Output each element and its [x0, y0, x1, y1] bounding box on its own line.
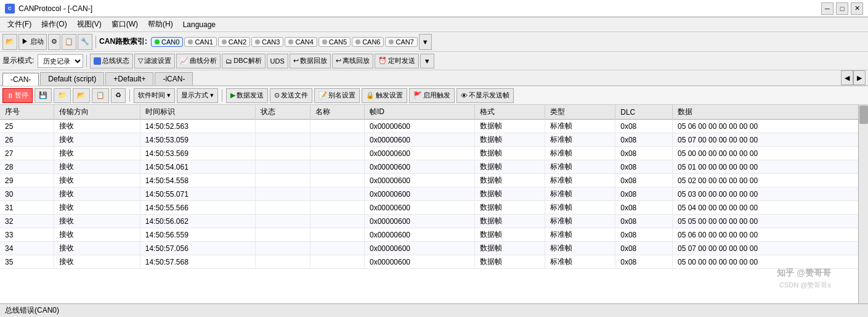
table-row[interactable]: 25接收14:50:52.5630x00000600数据帧标准帧0x0805 0…: [0, 120, 868, 133]
can-channel-0[interactable]: CAN0: [151, 37, 183, 47]
file-btn1[interactable]: 📁: [54, 88, 71, 103]
tab-nav-left[interactable]: ◀: [841, 70, 853, 85]
tab-can[interactable]: -CAN-: [2, 73, 39, 86]
start-button[interactable]: ▶ 启动: [18, 34, 47, 50]
dbc-button[interactable]: 🗂 DBC解析: [222, 54, 265, 68]
mode-select[interactable]: 历史记录 实时显示: [38, 54, 83, 68]
menu-item-窗口(W)[interactable]: 窗口(W): [107, 18, 143, 31]
table-cell-1: 接收: [54, 228, 140, 242]
table-row[interactable]: 32接收14:50:56.0620x00000600数据帧标准帧0x0805 0…: [0, 215, 868, 228]
table-cell-2: 14:50:56.062: [140, 215, 256, 228]
table-cell-1: 接收: [54, 147, 140, 160]
table-cell-3: [256, 201, 310, 215]
minimize-button[interactable]: ─: [821, 2, 834, 15]
send-file-button[interactable]: ⊙ 发送文件: [270, 88, 312, 103]
curve-button[interactable]: 📈 曲线分析: [176, 54, 221, 68]
pause-button[interactable]: ⏸ 暂停: [2, 88, 33, 103]
uds-button[interactable]: UDS: [267, 54, 288, 68]
table-cell-7: 标准帧: [545, 133, 615, 147]
can-channel-7[interactable]: CAN7: [385, 37, 417, 47]
tool-button2[interactable]: 🔧: [78, 34, 92, 50]
can4-label: CAN4: [295, 38, 313, 46]
table-cell-8: 0x08: [615, 201, 673, 215]
channel-dropdown-button[interactable]: ▼: [419, 34, 432, 50]
recycle-btn[interactable]: ♻: [111, 88, 126, 103]
data-send-button[interactable]: ▶ 数据发送: [226, 88, 268, 103]
enable-trigger-button[interactable]: 🚩 启用触发: [409, 88, 455, 103]
table-row[interactable]: 28接收14:50:54.0610x00000600数据帧标准帧0x0805 0…: [0, 160, 868, 174]
table-row[interactable]: 26接收14:50:53.0590x00000600数据帧标准帧0x0805 0…: [0, 133, 868, 147]
can-channel-1[interactable]: CAN1: [184, 37, 216, 47]
can0-label: CAN0: [161, 38, 179, 46]
table-cell-5: 0x00000600: [364, 215, 474, 228]
close-button[interactable]: ✕: [851, 2, 863, 15]
table-row[interactable]: 27接收14:50:53.5690x00000600数据帧标准帧0x0805 0…: [0, 147, 868, 160]
table-cell-9: 05 07 00 00 00 00 00 00: [672, 133, 867, 147]
table-cell-5: 0x00000600: [364, 160, 474, 174]
table-row[interactable]: 31接收14:50:55.5660x00000600数据帧标准帧0x0805 0…: [0, 201, 868, 215]
table-row[interactable]: 34接收14:50:57.0560x00000600数据帧标准帧0x0805 0…: [0, 242, 868, 255]
display-mode-button[interactable]: 显示方式 ▾: [177, 88, 218, 103]
alias-button[interactable]: 📝 别名设置: [314, 88, 360, 103]
can-channel-3[interactable]: CAN3: [251, 37, 283, 47]
table-container: 序号 传输方向 时间标识 状态 名称 帧ID 格式 类型 DLC 数据 25接收…: [0, 105, 868, 303]
more-button[interactable]: ▼: [420, 54, 434, 68]
table-cell-0: 32: [0, 215, 54, 228]
table-cell-3: [256, 255, 310, 269]
status-text: 总线错误(CAN0): [5, 305, 59, 316]
can-channel-4[interactable]: CAN4: [285, 37, 317, 47]
tool-button1[interactable]: 📋: [62, 34, 76, 50]
scroll-thumb[interactable]: [859, 105, 868, 124]
table-cell-5: 0x00000600: [364, 242, 474, 255]
sw-time-button[interactable]: 软件时间 ▾: [134, 88, 175, 103]
table-cell-5: 0x00000600: [364, 133, 474, 147]
bus-status-button[interactable]: 总线状态: [90, 54, 133, 68]
can6-dot: [355, 39, 360, 44]
title-bar: C CANProtocol - [-CAN-] ─ □ ✕: [0, 0, 868, 17]
table-cell-9: 05 05 00 00 00 00 00 00: [672, 215, 867, 228]
menu-item-Language[interactable]: Language: [178, 19, 221, 30]
table-cell-3: [256, 160, 310, 174]
table-row[interactable]: 33接收14:50:56.5590x00000600数据帧标准帧0x0805 0…: [0, 228, 868, 242]
menu-item-操作(O)[interactable]: 操作(O): [36, 18, 71, 31]
config-button[interactable]: ⚙: [48, 34, 60, 50]
trigger-settings-button[interactable]: 🔒 触发设置: [362, 88, 407, 103]
open-button[interactable]: 📂: [2, 34, 17, 50]
save-btn[interactable]: 💾: [34, 88, 52, 103]
table-cell-9: 05 03 00 00 00 00 00 00: [672, 187, 867, 201]
menu-item-文件(F)[interactable]: 文件(F): [2, 18, 36, 31]
title-text: CANProtocol - [-CAN-]: [18, 4, 92, 13]
table-cell-4: [310, 228, 364, 242]
table-cell-8: 0x08: [615, 242, 673, 255]
hide-send-frame-button[interactable]: 👁 不显示发送帧: [456, 88, 514, 103]
filter-button[interactable]: ▽ 滤波设置: [134, 54, 175, 68]
table-cell-0: 34: [0, 242, 54, 255]
menu-item-帮助(H)[interactable]: 帮助(H): [143, 18, 178, 31]
tab-default-script[interactable]: Default (script): [40, 72, 104, 85]
table-cell-0: 25: [0, 120, 54, 133]
offline-replay-button[interactable]: ↩ 离线回放: [332, 54, 373, 68]
file-btn3[interactable]: 📋: [92, 88, 109, 103]
table-cell-6: 数据帧: [474, 187, 545, 201]
file-btn2[interactable]: 📂: [73, 88, 90, 103]
tab-ican[interactable]: -iCAN-: [155, 72, 193, 85]
table-row[interactable]: 35接收14:50:57.5680x00000600数据帧标准帧0x0805 0…: [0, 255, 868, 269]
tab-default-plus[interactable]: +Default+: [105, 72, 153, 85]
can-channel-6[interactable]: CAN6: [352, 37, 384, 47]
table-body: 25接收14:50:52.5630x00000600数据帧标准帧0x0805 0…: [0, 120, 868, 269]
scrollbar-right[interactable]: [858, 105, 868, 303]
timed-send-button[interactable]: ⏰ 定时发送: [375, 54, 419, 68]
data-replay-button[interactable]: ↩ 数据回放: [290, 54, 331, 68]
can-channel-5[interactable]: CAN5: [318, 37, 351, 47]
col-dir: 传输方向: [54, 105, 140, 120]
maximize-button[interactable]: □: [836, 2, 848, 15]
table-cell-5: 0x00000600: [364, 120, 474, 133]
tab-nav-right[interactable]: ▶: [853, 70, 866, 85]
menu-item-视图(V)[interactable]: 视图(V): [72, 18, 107, 31]
table-cell-2: 14:50:53.059: [140, 133, 256, 147]
table-row[interactable]: 30接收14:50:55.0710x00000600数据帧标准帧0x0805 0…: [0, 187, 868, 201]
can-channel-2[interactable]: CAN2: [218, 37, 250, 47]
table-cell-8: 0x08: [615, 255, 673, 269]
table-row[interactable]: 29接收14:50:54.5580x00000600数据帧标准帧0x0805 0…: [0, 174, 868, 187]
col-dlc: DLC: [615, 105, 673, 120]
